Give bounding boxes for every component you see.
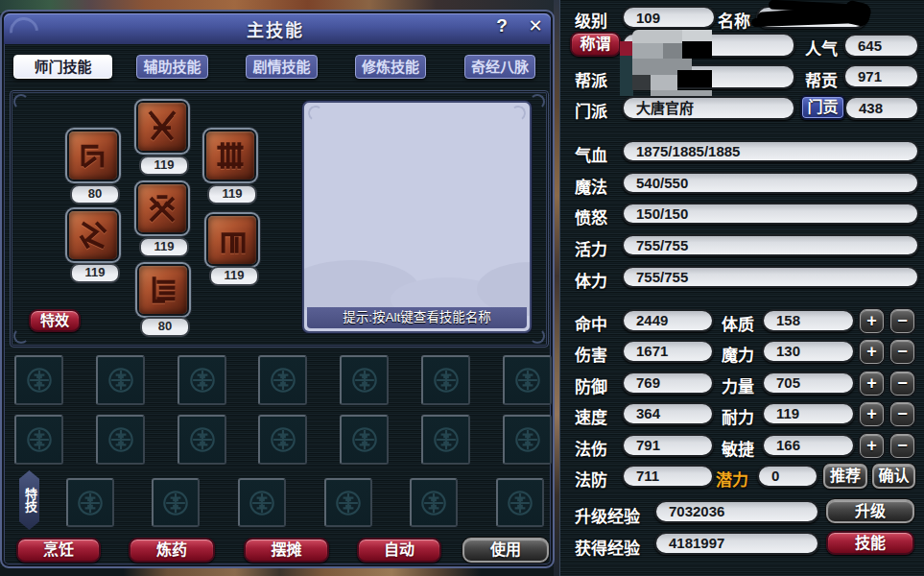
special-skill-label-text: 特技 [22, 488, 36, 513]
recommend-button[interactable]: 推荐 [823, 464, 867, 489]
speed-value: 364 [622, 402, 714, 425]
corner-ornament-icon [13, 94, 29, 109]
hp-value: 1875/1885/1885 [622, 140, 919, 162]
strength-label: 力量 [722, 373, 754, 397]
skill-slot[interactable] [178, 415, 226, 465]
skill-icon[interactable] [206, 132, 254, 180]
skill-icon[interactable] [139, 266, 187, 314]
guild-contribution-label: 帮贡 [805, 67, 838, 91]
special-skill-label: 特技 [19, 470, 39, 530]
speed-label: 速度 [575, 404, 607, 428]
skill-slot[interactable] [503, 415, 552, 465]
accuracy-value: 2449 [622, 309, 714, 332]
skill-slot[interactable] [258, 415, 307, 465]
agility-label: 敏捷 [722, 436, 754, 460]
magic-defense-value: 711 [622, 465, 714, 488]
main-skill-window: 主技能 ? ✕ 师门技能 辅助技能 剧情技能 修炼技能 奇经八脉 80 119 … [0, 10, 555, 568]
minus-button[interactable]: − [890, 402, 914, 426]
name-censor-scribble [749, 0, 878, 29]
minus-button[interactable]: − [890, 309, 914, 333]
mp-label: 魔法 [575, 174, 607, 198]
skill-slot[interactable] [421, 415, 470, 465]
minus-button[interactable]: − [890, 340, 914, 364]
skill-slot[interactable] [421, 355, 470, 405]
plus-button[interactable]: + [860, 372, 884, 396]
skill-level-badge: 119 [139, 237, 189, 257]
stall-button[interactable]: 摆摊 [244, 538, 329, 563]
skill-slot[interactable] [340, 415, 389, 465]
popularity-label: 人气 [805, 36, 838, 60]
level-label: 级别 [575, 8, 607, 32]
sect-contribution-value: 438 [844, 96, 919, 120]
tab-master-skills[interactable]: 师门技能 [13, 55, 112, 79]
skill-level-badge: 80 [140, 317, 190, 337]
skill-icon[interactable] [69, 132, 117, 180]
tab-story-skills[interactable]: 剧情技能 [246, 55, 318, 79]
constitution-value: 158 [762, 309, 855, 332]
special-effects-button[interactable]: 特效 [29, 309, 81, 332]
use-button[interactable]: 使用 [462, 538, 549, 563]
accuracy-label: 命中 [575, 311, 607, 335]
skill-slot[interactable] [258, 355, 307, 405]
skill-slot[interactable] [178, 355, 226, 405]
potential-value: 0 [757, 465, 818, 488]
special-skill-slot[interactable] [324, 478, 372, 527]
skill-icon[interactable] [208, 216, 256, 264]
skill-button[interactable]: 技能 [826, 531, 914, 555]
plus-button[interactable]: + [860, 402, 884, 426]
special-skill-slot[interactable] [238, 478, 286, 527]
skill-level-badge: 119 [70, 263, 120, 283]
alchemy-button[interactable]: 炼药 [129, 538, 215, 563]
skill-slot[interactable] [14, 415, 63, 465]
skill-slot[interactable] [14, 355, 63, 405]
magic-label: 魔力 [722, 342, 754, 366]
upgrade-exp-value: 7032036 [654, 500, 819, 523]
skill-icon[interactable] [138, 103, 186, 151]
special-skill-slot[interactable] [496, 478, 544, 527]
upgrade-exp-label: 升级经验 [575, 503, 640, 527]
name-label: 名称 [718, 8, 750, 32]
cooking-button[interactable]: 烹饪 [16, 538, 101, 563]
skill-slot[interactable] [96, 355, 145, 405]
sect-value: 大唐官府 [622, 96, 795, 120]
potential-label: 潜力 [716, 467, 748, 491]
skill-level-badge: 119 [209, 266, 259, 286]
title-button[interactable]: 称谓 [570, 32, 621, 57]
skill-slot[interactable] [503, 355, 552, 405]
plus-button[interactable]: + [860, 434, 884, 458]
auto-button[interactable]: 自动 [357, 538, 441, 563]
defense-value: 769 [622, 372, 714, 395]
skill-level-badge: 119 [207, 184, 257, 204]
special-skill-slot[interactable] [152, 478, 200, 527]
upgrade-button[interactable]: 升级 [826, 499, 914, 523]
anger-label: 愤怒 [575, 204, 607, 228]
plus-button[interactable]: + [860, 340, 884, 364]
damage-label: 伤害 [575, 342, 607, 366]
close-icon[interactable]: ✕ [524, 15, 547, 38]
skill-icon[interactable] [138, 184, 186, 232]
sect-contribution-button[interactable]: 门贡 [800, 95, 845, 120]
tab-auxiliary-skills[interactable]: 辅助技能 [136, 55, 208, 79]
strength-value: 705 [762, 372, 855, 395]
minus-button[interactable]: − [890, 372, 914, 396]
confirm-button[interactable]: 确认 [872, 464, 915, 489]
skill-slot[interactable] [340, 355, 389, 405]
corner-ornament-icon [307, 105, 325, 123]
level-value: 109 [622, 6, 716, 29]
character-panel: 级别 109 名称 称谓 人气 645 帮派 帮贡 971 [559, 0, 924, 576]
guild-label: 帮派 [575, 67, 607, 91]
tab-cultivation-skills[interactable]: 修炼技能 [355, 55, 426, 79]
tab-meridians[interactable]: 奇经八脉 [464, 55, 535, 79]
magic-damage-value: 791 [622, 434, 714, 457]
special-skill-slot[interactable] [410, 478, 458, 527]
help-icon[interactable]: ? [491, 15, 512, 38]
plus-button[interactable]: + [860, 309, 884, 333]
gained-exp-value: 4181997 [654, 532, 819, 555]
special-skill-slot[interactable] [66, 478, 114, 527]
skill-slot[interactable] [96, 415, 145, 465]
minus-button[interactable]: − [890, 434, 914, 458]
corner-ornament-icon [509, 105, 528, 123]
skill-icon[interactable] [69, 211, 117, 259]
skill-description-panel: 提示:按Alt键查看技能名称 [302, 101, 532, 333]
skill-tip-text: 提示:按Alt键查看技能名称 [307, 307, 527, 328]
